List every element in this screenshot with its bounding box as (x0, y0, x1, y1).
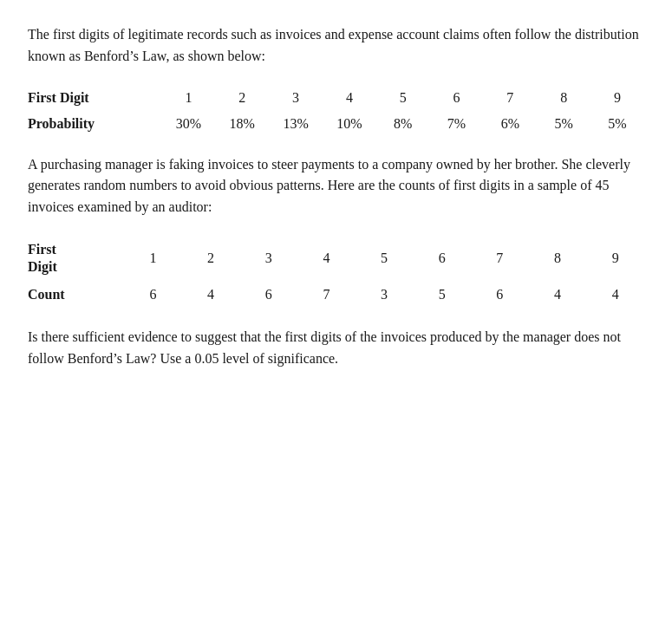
benfords-digit-1: 1 (162, 87, 216, 113)
first-digit-line2: Digit (28, 259, 57, 274)
invoice-digit-1: 1 (124, 237, 182, 279)
benfords-probability-row: Probability 30% 18% 13% 10% 8% 7% 6% 5% … (28, 113, 644, 135)
benfords-digit-8: 8 (537, 87, 590, 113)
benfords-prob-3: 13% (269, 113, 323, 135)
benfords-prob-8: 5% (537, 113, 590, 135)
invoice-count-1: 6 (124, 279, 182, 308)
benfords-prob-9: 5% (590, 113, 644, 135)
invoice-first-digit-label: First Digit (28, 237, 124, 279)
benfords-digit-6: 6 (430, 87, 484, 113)
benfords-digit-4: 4 (323, 87, 376, 113)
invoice-digit-4: 4 (297, 237, 356, 279)
benfords-digit-7: 7 (483, 87, 537, 113)
invoice-count-2: 4 (182, 279, 240, 308)
benfords-prob-1: 30% (162, 113, 216, 135)
benfords-probability-label: Probability (28, 113, 162, 135)
invoice-data-table: First Digit 1 2 3 4 5 6 7 8 9 Count 6 4 … (28, 237, 644, 308)
benfords-digit-label: First Digit (28, 87, 162, 113)
conclusion-paragraph: Is there sufficient evidence to suggest … (28, 327, 644, 370)
invoice-count-5: 3 (356, 279, 414, 308)
invoice-digit-6: 6 (413, 237, 471, 279)
intro-paragraph: The first digits of legitimate records s… (28, 24, 644, 68)
benfords-prob-7: 6% (483, 113, 537, 135)
invoice-count-label: Count (28, 279, 124, 308)
benfords-digit-2: 2 (215, 87, 269, 113)
invoice-digit-2: 2 (182, 237, 240, 279)
invoice-count-row: Count 6 4 6 7 3 5 6 4 4 (28, 279, 644, 308)
invoice-count-3: 6 (239, 279, 297, 308)
benfords-law-table: First Digit 1 2 3 4 5 6 7 8 9 Probabilit… (28, 87, 644, 135)
invoice-digit-row: First Digit 1 2 3 4 5 6 7 8 9 (28, 237, 644, 279)
invoice-count-7: 6 (471, 279, 529, 308)
middle-paragraph: A purchasing manager is faking invoices … (28, 154, 644, 218)
invoice-count-4: 7 (297, 279, 356, 308)
benfords-digit-row: First Digit 1 2 3 4 5 6 7 8 9 (28, 87, 644, 113)
benfords-prob-2: 18% (215, 113, 269, 135)
invoice-digit-8: 8 (529, 237, 587, 279)
benfords-prob-4: 10% (323, 113, 376, 135)
benfords-prob-6: 7% (430, 113, 484, 135)
invoice-digit-9: 9 (586, 237, 644, 279)
invoice-count-6: 5 (413, 279, 471, 308)
benfords-prob-5: 8% (376, 113, 430, 135)
invoice-count-9: 4 (586, 279, 644, 308)
benfords-digit-5: 5 (376, 87, 430, 113)
invoice-count-8: 4 (529, 279, 587, 308)
first-digit-line1: First (28, 242, 56, 257)
invoice-digit-5: 5 (356, 237, 414, 279)
invoice-digit-3: 3 (239, 237, 297, 279)
invoice-digit-7: 7 (471, 237, 529, 279)
benfords-digit-9: 9 (590, 87, 644, 113)
benfords-digit-3: 3 (269, 87, 323, 113)
